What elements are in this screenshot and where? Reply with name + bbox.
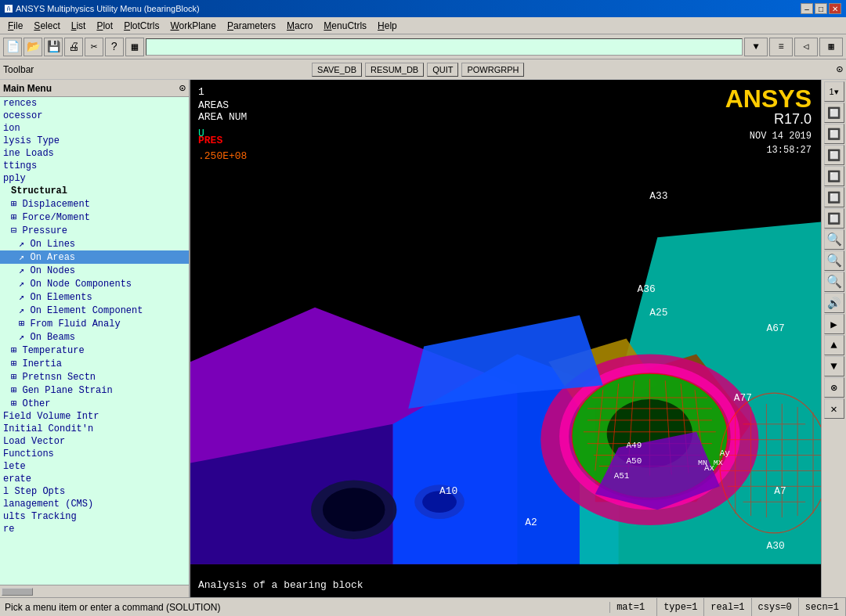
save-icon[interactable]: 💾	[44, 38, 63, 56]
menu-item-macro[interactable]: Macro	[282, 19, 317, 33]
menu-item-plotctrls[interactable]: PlotCtrls	[119, 19, 164, 33]
cut-icon[interactable]: ✂	[85, 38, 103, 56]
sidebar-item-18[interactable]: ↗ On Beams	[0, 330, 189, 344]
sidebar-item-1[interactable]: ocessor	[0, 110, 189, 122]
status-csys: csys=0	[752, 598, 799, 616]
rt-btn-1[interactable]: 🔲	[824, 103, 844, 123]
toolbar-btn-3[interactable]: ◁	[794, 38, 818, 56]
save-db-button[interactable]: SAVE_DB	[312, 63, 362, 77]
rt-circle-btn[interactable]: ⊗	[824, 377, 844, 398]
sidebar-item-2[interactable]: ion	[0, 122, 189, 135]
zoom-in-btn[interactable]: 🔍	[824, 229, 844, 250]
toolbar-btn-2[interactable]: ≡	[769, 38, 793, 56]
sidebar-item-16[interactable]: ↗ On Element Component	[0, 304, 189, 317]
print-icon[interactable]: 🖨	[64, 38, 83, 56]
menu-item-list[interactable]: List	[67, 19, 91, 33]
sidebar-scroll-area[interactable]: rencesocessorionlysis Typeine Loadstting…	[0, 97, 189, 585]
sidebar-item-30[interactable]: l Step Opts	[0, 485, 189, 498]
sidebar-item-29[interactable]: erate	[0, 473, 189, 485]
area-label-a30: A30	[766, 540, 784, 552]
sidebar-item-7[interactable]: Structural	[0, 185, 189, 197]
close-button[interactable]: ✕	[829, 3, 841, 14]
maximize-button[interactable]: □	[815, 3, 827, 14]
sidebar-item-9[interactable]: ⊞ Force/Moment	[0, 211, 189, 224]
command-input[interactable]	[146, 38, 743, 56]
sidebar-item-4[interactable]: ine Loads	[0, 147, 189, 160]
sidebar-item-32[interactable]: ults Tracking	[0, 510, 189, 523]
rt-play-btn[interactable]: ▶	[824, 314, 844, 334]
area-label-a25: A25	[649, 307, 667, 319]
area-label-a36: A36	[637, 283, 655, 295]
rt-down-btn[interactable]: ▼	[824, 356, 844, 376]
sidebar-item-21[interactable]: ⊞ Pretnsn Sectn	[0, 370, 189, 384]
rt-btn-3[interactable]: 🔲	[824, 145, 844, 165]
sidebar-item-11[interactable]: ↗ On Lines	[0, 237, 189, 250]
rt-volume-btn[interactable]: 🔊	[824, 293, 844, 313]
sidebar-item-17[interactable]: ⊞ From Fluid Analy	[0, 317, 189, 330]
sidebar-item-6[interactable]: pply	[0, 172, 189, 185]
viewport[interactable]: A33 A25 A36 A67 A77 Ay Ax A49 A50 A51 A1…	[190, 80, 821, 597]
sidebar-header: Main Menu ⊙	[0, 80, 189, 97]
status-mat: mat=1	[610, 598, 657, 616]
zoom-out-btn[interactable]: 🔍	[824, 272, 844, 292]
menu-item-select[interactable]: Select	[29, 19, 64, 33]
menu-item-help[interactable]: Help	[373, 19, 402, 33]
grid-icon[interactable]: ▦	[125, 38, 144, 56]
resum-db-button[interactable]: RESUM_DB	[365, 63, 424, 77]
sidebar-item-31[interactable]: lanagement (CMS)	[0, 498, 189, 510]
sidebar-item-12[interactable]: ↗ On Areas	[0, 250, 189, 264]
rt-btn-6[interactable]: 🔲	[824, 208, 844, 229]
rt-up-btn[interactable]: ▲	[824, 335, 844, 355]
sidebar-item-19[interactable]: ⊞ Temperature	[0, 344, 189, 357]
status-secn: secn=1	[799, 598, 846, 616]
sidebar-item-20[interactable]: ⊞ Inertia	[0, 357, 189, 370]
sidebar-item-15[interactable]: ↗ On Elements	[0, 290, 189, 304]
dropdown-arrow[interactable]: ▼	[744, 38, 768, 56]
sidebar-item-24[interactable]: Field Volume Intr	[0, 410, 189, 423]
menu-item-menuctrls[interactable]: MenuCtrls	[319, 19, 371, 33]
label-mn: MN	[698, 459, 707, 467]
viewport-area-num: AREA NUM	[198, 111, 247, 123]
sidebar-item-33[interactable]: re	[0, 523, 189, 535]
rt-cross-btn[interactable]: ✕	[824, 398, 844, 419]
minimize-button[interactable]: –	[801, 3, 813, 14]
sidebar-collapse-button[interactable]: ⊙	[179, 81, 186, 95]
sidebar-item-23[interactable]: ⊞ Other	[0, 397, 189, 410]
status-real: real=1	[704, 598, 751, 616]
pres-value: .250E+08	[198, 150, 247, 162]
toolbar-btn-4[interactable]: ▦	[819, 38, 843, 56]
sidebar-item-14[interactable]: ↗ On Node Components	[0, 277, 189, 290]
open-icon[interactable]: 📂	[24, 38, 42, 56]
hscroll-thumb[interactable]	[2, 588, 33, 596]
sidebar-item-5[interactable]: ttings	[0, 160, 189, 172]
rt-btn-5[interactable]: 🔲	[824, 187, 844, 207]
rt-btn-4[interactable]: 🔲	[824, 166, 844, 186]
rt-btn-2[interactable]: 🔲	[824, 124, 844, 144]
label-mx: MX	[714, 459, 723, 467]
sidebar-item-22[interactable]: ⊞ Gen Plane Strain	[0, 384, 189, 397]
sidebar-item-8[interactable]: ⊞ Displacement	[0, 197, 189, 211]
quit-button[interactable]: QUIT	[427, 63, 458, 77]
sidebar-item-25[interactable]: Initial Condit'n	[0, 423, 189, 435]
sidebar-item-0[interactable]: rences	[0, 97, 189, 110]
zoom-fit-btn[interactable]: 🔍	[824, 250, 844, 271]
sidebar-item-26[interactable]: Load Vector	[0, 435, 189, 448]
sidebar-hscroll[interactable]	[0, 585, 189, 597]
menu-item-plot[interactable]: Plot	[92, 19, 118, 33]
viewport-number-btn[interactable]: 1▾	[824, 81, 844, 102]
toolbar-collapse-button[interactable]: ⊙	[837, 63, 843, 76]
sidebar-item-10[interactable]: ⊟ Pressure	[0, 224, 189, 237]
menu-item-parameters[interactable]: Parameters	[222, 19, 280, 33]
sidebar-item-3[interactable]: lysis Type	[0, 135, 189, 147]
sidebar-item-28[interactable]: lete	[0, 460, 189, 473]
menu-item-workplane[interactable]: WorkPlane	[165, 19, 220, 33]
viewport-caption: Analysis of a bearing block	[198, 579, 363, 591]
sidebar-item-27[interactable]: Functions	[0, 448, 189, 460]
toolbar-label: Toolbar	[3, 64, 309, 75]
sidebar-item-13[interactable]: ↗ On Nodes	[0, 264, 189, 277]
powrgrph-button[interactable]: POWRGRPH	[461, 63, 524, 77]
menu-item-file[interactable]: File	[3, 19, 27, 33]
area-label-a51: A51	[614, 471, 630, 481]
help-icon[interactable]: ?	[105, 38, 124, 56]
new-icon[interactable]: 📄	[3, 38, 22, 56]
